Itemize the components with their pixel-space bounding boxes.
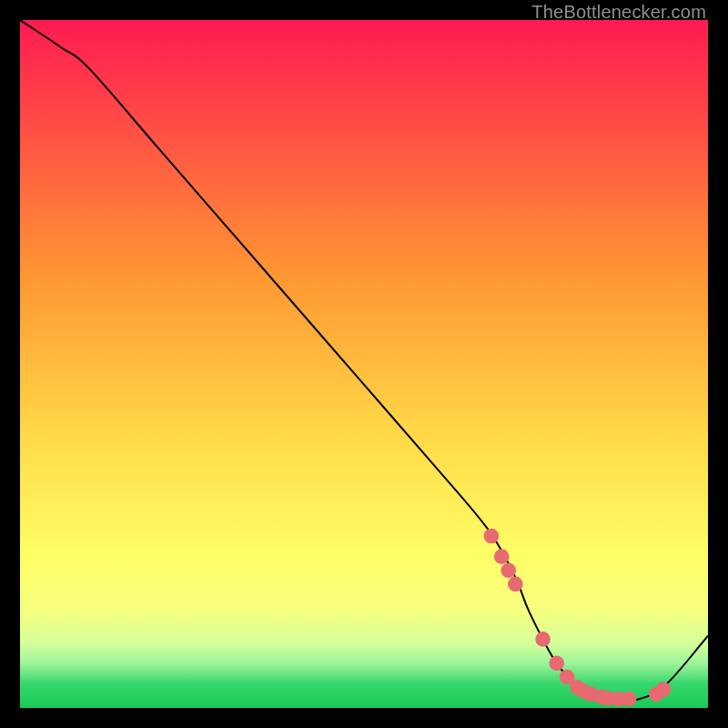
data-marker (549, 656, 564, 672)
data-marker (500, 562, 516, 578)
data-marker (508, 577, 523, 592)
chart-stage: TheBottlenecker.com (0, 0, 728, 728)
gradient-background (20, 20, 708, 708)
data-marker (494, 549, 510, 564)
attribution-text: TheBottlenecker.com (531, 2, 706, 23)
bottleneck-curve-plot (20, 20, 708, 708)
data-marker (484, 529, 500, 544)
data-marker (622, 692, 637, 707)
data-marker (656, 682, 672, 697)
data-marker (535, 632, 551, 647)
